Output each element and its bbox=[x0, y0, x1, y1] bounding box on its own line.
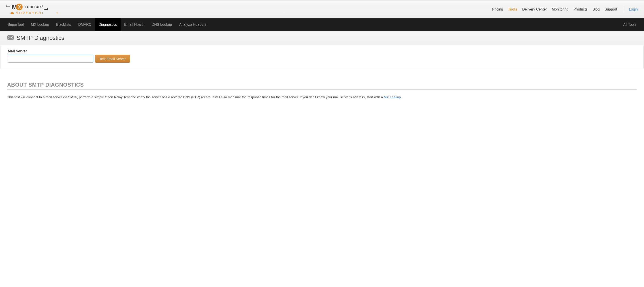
input-row: Test Email Server bbox=[8, 55, 636, 63]
form-panel: Mail Server Test Email Server bbox=[0, 45, 644, 69]
mail-server-input[interactable] bbox=[8, 55, 93, 63]
subnav-mx-lookup[interactable]: MX Lookup bbox=[27, 18, 52, 31]
about-title: ABOUT SMTP DIAGNOSTICS bbox=[7, 82, 637, 90]
mail-server-label: Mail Server bbox=[8, 49, 636, 53]
subnav-supertool[interactable]: SuperTool bbox=[4, 18, 27, 31]
top-nav: Pricing Tools Delivery Center Monitoring… bbox=[492, 7, 638, 12]
svg-rect-1 bbox=[12, 12, 13, 13]
toolbox-icon bbox=[10, 12, 14, 15]
page-header: SMTP Diagnostics bbox=[0, 31, 644, 45]
subnav-diagnostics[interactable]: Diagnostics bbox=[95, 18, 120, 31]
nav-divider bbox=[623, 7, 623, 12]
supertool-dropdown[interactable]: SUPERTOOL ▼ bbox=[10, 11, 58, 15]
subnav-all-tools[interactable]: All Tools bbox=[620, 18, 640, 31]
logo-decoration-left bbox=[6, 6, 10, 7]
logo-decoration-right bbox=[44, 9, 48, 10]
subnav-blacklists[interactable]: Blacklists bbox=[52, 18, 75, 31]
nav-monitoring[interactable]: Monitoring bbox=[552, 8, 568, 12]
nav-login[interactable]: Login bbox=[629, 8, 638, 12]
svg-rect-0 bbox=[10, 13, 14, 14]
about-period: . bbox=[401, 95, 402, 99]
nav-delivery-center[interactable]: Delivery Center bbox=[522, 8, 547, 12]
mail-icon bbox=[7, 35, 14, 41]
subnav-analyze-headers[interactable]: Analyze Headers bbox=[176, 18, 210, 31]
subnav-email-health[interactable]: Email Health bbox=[120, 18, 148, 31]
logo-block[interactable]: M X TOOLBOX® SUPERTOOL ▼ bbox=[6, 4, 58, 15]
logo-text: M X bbox=[12, 4, 22, 10]
about-section: ABOUT SMTP DIAGNOSTICS This test will co… bbox=[0, 69, 644, 105]
logo-x-circle-icon: X bbox=[16, 4, 22, 10]
page-title: SMTP Diagnostics bbox=[16, 35, 64, 42]
mx-lookup-link[interactable]: MX Lookup bbox=[384, 95, 401, 99]
nav-blog[interactable]: Blog bbox=[592, 8, 600, 12]
chevron-down-icon[interactable]: ▼ bbox=[56, 12, 58, 14]
sub-nav: SuperTool MX Lookup Blacklists DMARC Dia… bbox=[0, 18, 644, 31]
subnav-dmarc[interactable]: DMARC bbox=[75, 18, 95, 31]
nav-pricing[interactable]: Pricing bbox=[492, 8, 503, 12]
logo-main: M X TOOLBOX® bbox=[6, 4, 58, 10]
supertool-label: SUPERTOOL bbox=[16, 11, 45, 15]
nav-tools[interactable]: Tools bbox=[508, 8, 517, 12]
about-body: This test will connect to a mail server … bbox=[7, 95, 637, 100]
about-text: This test will connect to a mail server … bbox=[7, 95, 384, 99]
nav-support[interactable]: Support bbox=[604, 8, 617, 12]
subnav-spacer bbox=[210, 18, 620, 31]
subnav-dns-lookup[interactable]: DNS Lookup bbox=[148, 18, 176, 31]
nav-products[interactable]: Products bbox=[574, 8, 588, 12]
logo-toolbox-text: TOOLBOX® bbox=[25, 5, 44, 9]
top-bar: M X TOOLBOX® SUPERTOOL ▼ Pricing Tools D… bbox=[0, 0, 644, 18]
test-email-server-button[interactable]: Test Email Server bbox=[95, 55, 130, 63]
